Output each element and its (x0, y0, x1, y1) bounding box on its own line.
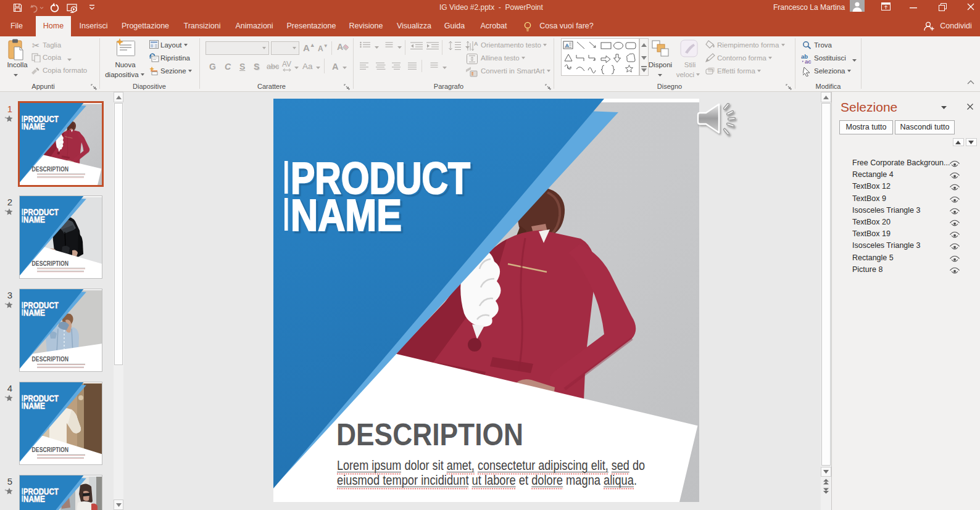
svg-text:A: A (337, 42, 343, 52)
svg-text:ac: ac (805, 58, 812, 64)
svg-text:DESCRIPTION: DESCRIPTION (32, 166, 69, 173)
svg-text:AV: AV (282, 60, 291, 68)
svg-text:NAME: NAME (291, 191, 402, 240)
svg-text:DESCRIPTION: DESCRIPTION (336, 417, 523, 452)
svg-text:eiusmod tempor incididunt ut l: eiusmod tempor incididunt ut labore et d… (337, 473, 637, 488)
svg-text:DESCRIPTION: DESCRIPTION (32, 356, 69, 363)
svg-text:DESCRIPTION: DESCRIPTION (32, 446, 69, 453)
svg-text:NAME: NAME (23, 494, 45, 504)
svg-text:NAME: NAME (23, 308, 45, 318)
svg-text:A: A (474, 41, 478, 47)
svg-text:NAME: NAME (23, 215, 45, 224)
svg-text:NAME: NAME (23, 121, 45, 131)
svg-text:Lorem ipsum dolor sit amet, co: Lorem ipsum dolor sit amet, consectetur … (337, 458, 645, 473)
svg-text:A: A (565, 43, 570, 49)
svg-text:DESCRIPTION: DESCRIPTION (32, 260, 69, 267)
svg-text:NAME: NAME (23, 401, 45, 411)
